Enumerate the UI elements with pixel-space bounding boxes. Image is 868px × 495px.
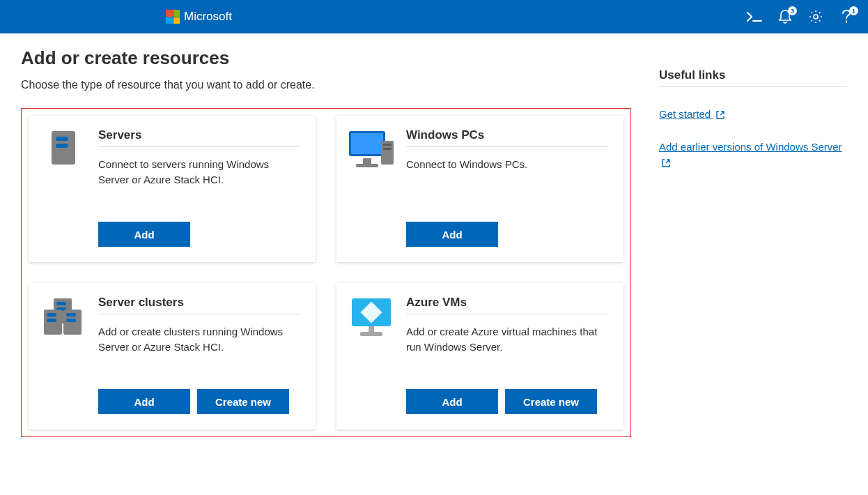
card-desc: Connect to Windows PCs. <box>406 157 608 211</box>
pcs-add-button[interactable]: Add <box>406 222 498 247</box>
svg-point-0 <box>814 15 818 19</box>
link-get-started[interactable]: Get started <box>659 107 847 124</box>
notifications-icon[interactable]: 3 <box>777 9 793 24</box>
card-desc: Add or create Azure virtual machines tha… <box>406 324 608 378</box>
azure-vm-icon <box>349 296 394 414</box>
link-text: Get started <box>659 108 711 120</box>
help-badge: 1 <box>849 6 858 15</box>
useful-links-title: Useful links <box>659 68 847 87</box>
help-icon[interactable]: 1 <box>839 9 854 24</box>
servers-add-button[interactable]: Add <box>98 222 190 247</box>
page-title: Add or create resources <box>21 47 631 69</box>
resource-cards-highlight: Servers Connect to servers running Windo… <box>21 108 631 437</box>
card-server-clusters: Server clusters Add or create clusters r… <box>29 283 316 429</box>
card-desc: Connect to servers running Windows Serve… <box>98 157 300 211</box>
card-desc: Add or create clusters running Windows S… <box>98 324 300 378</box>
vms-create-button[interactable]: Create new <box>505 389 597 414</box>
clusters-add-button[interactable]: Add <box>98 389 190 414</box>
link-earlier-windows-server[interactable]: Add earlier versions of Windows Server <box>659 139 847 172</box>
card-title: Servers <box>98 128 300 147</box>
microsoft-logo-text: Microsoft <box>184 10 232 24</box>
cloud-shell-icon[interactable] <box>747 9 762 24</box>
external-link-icon <box>716 108 724 124</box>
external-link-icon <box>662 156 670 172</box>
microsoft-logo[interactable]: Microsoft <box>166 10 232 24</box>
settings-icon[interactable] <box>808 9 823 24</box>
link-text: Add earlier versions of Windows Server <box>659 141 842 153</box>
card-title: Server clusters <box>98 296 300 314</box>
clusters-create-button[interactable]: Create new <box>197 389 289 414</box>
microsoft-logo-icon <box>166 10 180 24</box>
useful-links-panel: Useful links Get started Add earlier ver… <box>659 47 847 437</box>
vms-add-button[interactable]: Add <box>406 389 498 414</box>
card-title: Windows PCs <box>406 128 608 147</box>
notifications-badge: 3 <box>788 6 797 15</box>
top-header: Microsoft 3 1 <box>0 0 868 33</box>
server-icon <box>41 128 86 247</box>
card-title: Azure VMs <box>406 296 608 314</box>
card-azure-vms: Azure VMs Add or create Azure virtual ma… <box>336 283 623 429</box>
card-servers: Servers Connect to servers running Windo… <box>29 116 316 262</box>
header-actions: 3 1 <box>747 9 854 24</box>
page-subtitle: Choose the type of resource that you wan… <box>21 79 631 91</box>
cluster-icon <box>41 296 86 414</box>
pc-icon <box>349 128 394 247</box>
card-windows-pcs: Windows PCs Connect to Windows PCs. Add <box>336 116 623 262</box>
